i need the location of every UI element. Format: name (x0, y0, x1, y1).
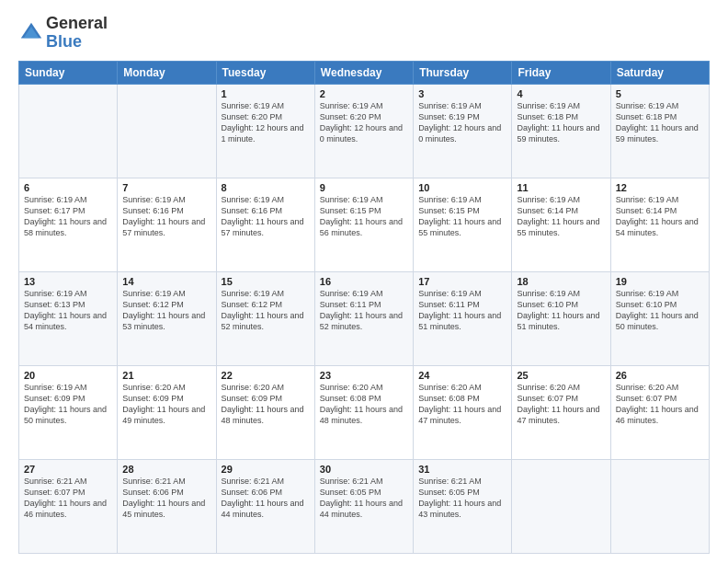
day-info: Sunrise: 6:19 AMSunset: 6:14 PMDaylight:… (616, 194, 704, 239)
day-cell: 19Sunrise: 6:19 AMSunset: 6:10 PMDayligh… (610, 271, 709, 365)
day-info: Sunrise: 6:20 AMSunset: 6:08 PMDaylight:… (418, 382, 506, 427)
day-info: Sunrise: 6:19 AMSunset: 6:11 PMDaylight:… (320, 288, 408, 333)
day-number: 7 (122, 182, 210, 193)
day-info: Sunrise: 6:19 AMSunset: 6:13 PMDaylight:… (24, 288, 112, 333)
logo: General Blue (18, 15, 108, 52)
day-cell: 29Sunrise: 6:21 AMSunset: 6:06 PMDayligh… (216, 459, 314, 553)
day-cell: 8Sunrise: 6:19 AMSunset: 6:16 PMDaylight… (216, 178, 314, 271)
day-cell (512, 459, 610, 553)
day-cell: 5Sunrise: 6:19 AMSunset: 6:18 PMDaylight… (610, 84, 709, 178)
day-number: 29 (222, 464, 310, 475)
day-cell: 20Sunrise: 6:19 AMSunset: 6:09 PMDayligh… (19, 365, 118, 459)
day-number: 16 (320, 276, 408, 287)
day-cell: 2Sunrise: 6:19 AMSunset: 6:20 PMDaylight… (314, 84, 413, 178)
day-info: Sunrise: 6:19 AMSunset: 6:15 PMDaylight:… (418, 194, 506, 239)
day-number: 13 (24, 276, 112, 287)
day-number: 28 (122, 464, 210, 475)
day-cell (610, 459, 709, 553)
day-info: Sunrise: 6:19 AMSunset: 6:09 PMDaylight:… (24, 382, 112, 427)
day-info: Sunrise: 6:19 AMSunset: 6:16 PMDaylight:… (122, 194, 210, 239)
day-cell: 24Sunrise: 6:20 AMSunset: 6:08 PMDayligh… (414, 365, 512, 459)
day-cell: 21Sunrise: 6:20 AMSunset: 6:09 PMDayligh… (118, 365, 216, 459)
day-cell: 22Sunrise: 6:20 AMSunset: 6:09 PMDayligh… (216, 365, 314, 459)
day-cell: 15Sunrise: 6:19 AMSunset: 6:12 PMDayligh… (216, 271, 314, 365)
col-header-wednesday: Wednesday (314, 61, 413, 84)
day-info: Sunrise: 6:19 AMSunset: 6:16 PMDaylight:… (222, 194, 310, 239)
day-info: Sunrise: 6:19 AMSunset: 6:12 PMDaylight:… (122, 288, 210, 333)
day-info: Sunrise: 6:19 AMSunset: 6:17 PMDaylight:… (24, 194, 112, 239)
calendar: SundayMondayTuesdayWednesdayThursdayFrid… (18, 61, 710, 554)
day-cell: 28Sunrise: 6:21 AMSunset: 6:06 PMDayligh… (118, 459, 216, 553)
logo-text: General Blue (46, 15, 108, 52)
day-info: Sunrise: 6:21 AMSunset: 6:06 PMDaylight:… (122, 476, 210, 521)
day-info: Sunrise: 6:20 AMSunset: 6:09 PMDaylight:… (222, 382, 310, 427)
col-header-monday: Monday (118, 61, 216, 84)
day-info: Sunrise: 6:19 AMSunset: 6:15 PMDaylight:… (320, 194, 408, 239)
day-info: Sunrise: 6:20 AMSunset: 6:07 PMDaylight:… (517, 382, 605, 427)
day-info: Sunrise: 6:20 AMSunset: 6:07 PMDaylight:… (616, 382, 704, 427)
day-info: Sunrise: 6:21 AMSunset: 6:05 PMDaylight:… (320, 476, 408, 521)
day-cell: 10Sunrise: 6:19 AMSunset: 6:15 PMDayligh… (414, 178, 512, 271)
day-number: 6 (24, 182, 112, 193)
day-cell (118, 84, 216, 178)
day-cell: 30Sunrise: 6:21 AMSunset: 6:05 PMDayligh… (314, 459, 413, 553)
day-number: 5 (616, 88, 704, 99)
day-cell: 13Sunrise: 6:19 AMSunset: 6:13 PMDayligh… (19, 271, 118, 365)
day-info: Sunrise: 6:19 AMSunset: 6:10 PMDaylight:… (517, 288, 605, 333)
day-cell: 25Sunrise: 6:20 AMSunset: 6:07 PMDayligh… (512, 365, 610, 459)
day-info: Sunrise: 6:19 AMSunset: 6:19 PMDaylight:… (418, 100, 506, 145)
day-info: Sunrise: 6:19 AMSunset: 6:12 PMDaylight:… (222, 288, 310, 333)
day-cell: 9Sunrise: 6:19 AMSunset: 6:15 PMDaylight… (314, 178, 413, 271)
col-header-tuesday: Tuesday (216, 61, 314, 84)
header: General Blue (18, 15, 710, 52)
week-row-4: 20Sunrise: 6:19 AMSunset: 6:09 PMDayligh… (19, 365, 710, 459)
col-header-friday: Friday (512, 61, 610, 84)
day-cell: 17Sunrise: 6:19 AMSunset: 6:11 PMDayligh… (414, 271, 512, 365)
day-cell: 1Sunrise: 6:19 AMSunset: 6:20 PMDaylight… (216, 84, 314, 178)
day-number: 21 (122, 370, 210, 381)
day-cell: 4Sunrise: 6:19 AMSunset: 6:18 PMDaylight… (512, 84, 610, 178)
logo-icon (18, 20, 44, 46)
day-number: 12 (616, 182, 704, 193)
day-info: Sunrise: 6:19 AMSunset: 6:20 PMDaylight:… (320, 100, 408, 145)
week-row-2: 6Sunrise: 6:19 AMSunset: 6:17 PMDaylight… (19, 178, 710, 271)
day-cell: 7Sunrise: 6:19 AMSunset: 6:16 PMDaylight… (118, 178, 216, 271)
day-info: Sunrise: 6:19 AMSunset: 6:18 PMDaylight:… (517, 100, 605, 145)
day-number: 8 (222, 182, 310, 193)
day-info: Sunrise: 6:20 AMSunset: 6:09 PMDaylight:… (122, 382, 210, 427)
day-number: 18 (517, 276, 605, 287)
day-cell: 16Sunrise: 6:19 AMSunset: 6:11 PMDayligh… (314, 271, 413, 365)
day-number: 4 (517, 88, 605, 99)
day-info: Sunrise: 6:20 AMSunset: 6:08 PMDaylight:… (320, 382, 408, 427)
day-number: 26 (616, 370, 704, 381)
day-number: 1 (222, 88, 310, 99)
day-cell: 31Sunrise: 6:21 AMSunset: 6:05 PMDayligh… (414, 459, 512, 553)
calendar-header: SundayMondayTuesdayWednesdayThursdayFrid… (19, 61, 710, 84)
day-info: Sunrise: 6:19 AMSunset: 6:18 PMDaylight:… (616, 100, 704, 145)
week-row-3: 13Sunrise: 6:19 AMSunset: 6:13 PMDayligh… (19, 271, 710, 365)
day-info: Sunrise: 6:19 AMSunset: 6:20 PMDaylight:… (222, 100, 310, 145)
day-cell: 11Sunrise: 6:19 AMSunset: 6:14 PMDayligh… (512, 178, 610, 271)
col-header-sunday: Sunday (19, 61, 118, 84)
day-number: 31 (418, 464, 506, 475)
day-number: 15 (222, 276, 310, 287)
day-number: 30 (320, 464, 408, 475)
day-cell: 6Sunrise: 6:19 AMSunset: 6:17 PMDaylight… (19, 178, 118, 271)
day-number: 19 (616, 276, 704, 287)
day-cell: 14Sunrise: 6:19 AMSunset: 6:12 PMDayligh… (118, 271, 216, 365)
day-cell: 27Sunrise: 6:21 AMSunset: 6:07 PMDayligh… (19, 459, 118, 553)
day-number: 3 (418, 88, 506, 99)
day-cell (19, 84, 118, 178)
col-header-saturday: Saturday (610, 61, 709, 84)
day-info: Sunrise: 6:21 AMSunset: 6:06 PMDaylight:… (222, 476, 310, 521)
day-info: Sunrise: 6:19 AMSunset: 6:10 PMDaylight:… (616, 288, 704, 333)
day-number: 9 (320, 182, 408, 193)
day-number: 11 (517, 182, 605, 193)
day-cell: 18Sunrise: 6:19 AMSunset: 6:10 PMDayligh… (512, 271, 610, 365)
day-cell: 3Sunrise: 6:19 AMSunset: 6:19 PMDaylight… (414, 84, 512, 178)
page: General Blue SundayMondayTuesdayWednesda… (0, 0, 728, 563)
day-number: 14 (122, 276, 210, 287)
header-row: SundayMondayTuesdayWednesdayThursdayFrid… (19, 61, 710, 84)
day-info: Sunrise: 6:19 AMSunset: 6:14 PMDaylight:… (517, 194, 605, 239)
day-info: Sunrise: 6:19 AMSunset: 6:11 PMDaylight:… (418, 288, 506, 333)
